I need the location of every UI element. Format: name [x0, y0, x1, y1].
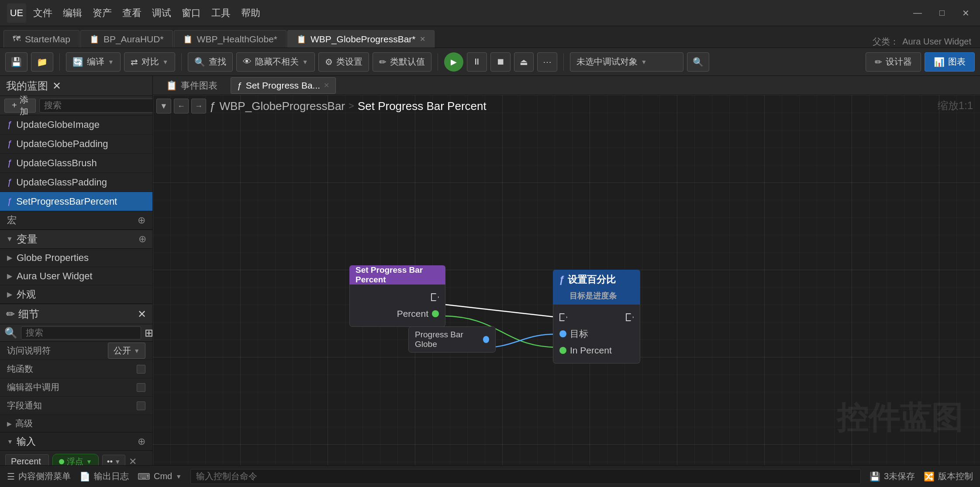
breadcrumb-forward-button[interactable]: → — [191, 99, 206, 113]
var-category-globe[interactable]: ▶ Globe Properties — [0, 249, 152, 267]
node-func-body: 目标 In Percent — [553, 305, 640, 364]
menu-edit[interactable]: 编辑 — [63, 7, 82, 20]
debug-icon-button[interactable]: 🔍 — [687, 52, 709, 72]
param-delete-button[interactable]: ✕ — [129, 456, 137, 466]
graph-canvas[interactable]: ▼ ← → ƒ WBP_GlobeProgressBar > Set Progr… — [153, 95, 980, 465]
output-log-button[interactable]: 📄 输出日志 — [79, 470, 129, 482]
tab-set-progress[interactable]: ƒ Set Progress Ba... ✕ — [231, 77, 336, 94]
menu-window[interactable]: 窗口 — [182, 7, 201, 20]
menu-help[interactable]: 帮助 — [241, 7, 260, 20]
main-toolbar: 💾 📁 🔄 编译 ▼ ⇄ 对比 ▼ 🔍 查找 👁 隐藏不相关 ▼ ⚙ 类设置 ✏… — [0, 48, 980, 76]
tab-event-graph[interactable]: 📋 事件图表 — [160, 77, 224, 94]
breadcrumb-back-button[interactable]: ← — [174, 99, 189, 113]
input-label: 输入 — [17, 435, 36, 448]
minimize-button[interactable]: — — [910, 6, 925, 20]
hide-button[interactable]: 👁 隐藏不相关 ▼ — [236, 52, 315, 72]
menu-asset[interactable]: 资产 — [93, 7, 112, 20]
func-update-globe-image[interactable]: ƒ UpdateGlobeImage — [0, 115, 152, 134]
designer-button[interactable]: ✏ 设计器 — [866, 52, 921, 72]
node-progress-bar-globe[interactable]: Progress Bar Globe — [408, 326, 496, 353]
detail-access-dropdown[interactable]: 公开 ▼ — [108, 343, 145, 359]
details-search-input[interactable] — [21, 326, 141, 340]
pin-inpercent-label: In Percent — [570, 345, 612, 356]
details-grid-icon[interactable]: ⊞ — [145, 327, 152, 339]
func-update-glass-brush[interactable]: ƒ UpdateGlassBrush — [0, 154, 152, 173]
param-type-dropdown[interactable]: 浮点 ▼ — [52, 454, 99, 466]
param-array-dropdown[interactable]: •• ▼ — [102, 455, 125, 466]
var-category-aura[interactable]: ▶ Aura User Widget — [0, 267, 152, 285]
node-set-percent[interactable]: ƒ 设置百分比 目标是进度条 目标 — [553, 270, 640, 364]
close-button[interactable]: ✕ — [959, 6, 973, 20]
tab-bp-aura[interactable]: 📋 BP_AuraHUD* — [80, 30, 173, 48]
func-set-progress-bar-percent[interactable]: ƒ SetProgressBarPercent — [0, 192, 152, 211]
tab-wbp-health-icon: 📋 — [183, 34, 193, 44]
param-name-field[interactable]: Percent — [5, 454, 49, 465]
node-event-set-progress[interactable]: Set Progress Bar Percent Percent — [349, 265, 445, 327]
tab-wbp-globe-label: WBP_GlobeProgressBar* — [311, 34, 415, 45]
save-button[interactable]: 💾 — [5, 52, 28, 72]
func-update-glass-padding[interactable]: ƒ UpdateGlassPadding — [0, 173, 152, 192]
breadcrumb-dropdown-button[interactable]: ▼ — [156, 99, 171, 113]
tab-wbp-health[interactable]: 📋 WBP_HealthGlobe* — [174, 30, 286, 48]
func-icon-2: ƒ — [7, 139, 12, 149]
var-category-appearance[interactable]: ▶ 外观 — [0, 285, 152, 304]
tab-set-progress-close[interactable]: ✕ — [324, 81, 329, 89]
detail-editor-call-checkbox[interactable] — [137, 383, 145, 392]
menu-file[interactable]: 文件 — [33, 7, 52, 20]
tab-wbp-globe-close[interactable]: ✕ — [420, 35, 425, 43]
detail-field-notify-label: 字段通知 — [7, 400, 132, 412]
diff-arrow: ▼ — [162, 58, 169, 65]
tab-wbp-globe[interactable]: 📋 WBP_GlobeProgressBar* ✕ — [287, 30, 435, 48]
stop-button[interactable]: ⏹ — [490, 52, 511, 72]
source-control-icon: 🔀 — [924, 471, 935, 482]
diff-button[interactable]: ⇄ 对比 ▼ — [124, 52, 175, 72]
source-control-button[interactable]: 🔀 版本控制 — [924, 470, 973, 482]
func-update-globe-padding[interactable]: ƒ UpdateGlobePadding — [0, 134, 152, 154]
cmd-button[interactable]: ⌨ Cmd ▼ — [138, 471, 182, 482]
input-add-button[interactable]: ⊕ — [138, 436, 145, 447]
my-blueprint-close[interactable]: ✕ — [52, 80, 61, 92]
maximize-button[interactable]: □ — [936, 6, 948, 20]
node-func-inpercent-pin: In Percent — [553, 342, 640, 359]
pause-button[interactable]: ⏸ — [467, 52, 487, 72]
breadcrumb-widget-name[interactable]: WBP_GlobeProgressBar — [219, 99, 345, 113]
tab-starter-map[interactable]: 🗺 StarterMap — [3, 30, 79, 48]
variables-title: 变量 — [17, 232, 38, 246]
class-defaults-button[interactable]: ✏ 类默认值 — [373, 52, 431, 72]
detail-field-notify-checkbox[interactable] — [137, 401, 145, 410]
output-log-icon: 📄 — [79, 471, 90, 482]
graph-label: 图表 — [948, 56, 966, 68]
graph-button[interactable]: 📊 图表 — [925, 52, 975, 72]
find-icon: 🔍 — [194, 57, 205, 67]
cmd-label: Cmd — [154, 471, 172, 481]
eject-button[interactable]: ⏏ — [514, 52, 534, 72]
breadcrumb-nav: ▼ ← → — [156, 99, 206, 113]
detail-row-editor-call: 编辑器中调用 — [0, 378, 152, 397]
browse-button[interactable]: 📁 — [31, 52, 53, 72]
detail-pure-checkbox[interactable] — [137, 365, 145, 374]
variables-add-button[interactable]: ⊕ — [138, 233, 146, 245]
unsaved-badge[interactable]: 💾 3未保存 — [870, 470, 915, 482]
output-log-label: 输出日志 — [94, 470, 129, 482]
pin-globe-dot — [483, 336, 489, 343]
menu-debug[interactable]: 调试 — [152, 7, 171, 20]
macro-add-icon[interactable]: ⊕ — [138, 215, 145, 226]
play-button[interactable]: ▶ — [444, 52, 463, 72]
cmd-input[interactable] — [190, 469, 861, 484]
detail-section-advanced[interactable]: ▶ 高级 — [0, 415, 152, 432]
menu-view[interactable]: 查看 — [122, 7, 141, 20]
editor-tab-bar: 🗺 StarterMap 📋 BP_AuraHUD* 📋 WBP_HealthG… — [0, 26, 980, 48]
more-button[interactable]: ⋯ — [537, 52, 557, 72]
var-category-appearance-label: 外观 — [17, 288, 36, 301]
tab-bp-aura-label: BP_AuraHUD* — [104, 34, 164, 45]
blueprint-search-input[interactable] — [39, 99, 153, 113]
class-settings-button[interactable]: ⚙ 类设置 — [318, 52, 369, 72]
menu-tools[interactable]: 工具 — [211, 7, 231, 20]
designer-label: 设计器 — [886, 56, 912, 68]
debug-target-dropdown[interactable]: 未选中调试对象 ▼ — [570, 52, 683, 72]
find-button[interactable]: 🔍 查找 — [188, 52, 233, 72]
details-close-icon[interactable]: ✕ — [138, 308, 146, 320]
side-panel-button[interactable]: ☰ 内容侧滑菜单 — [7, 470, 71, 482]
add-button[interactable]: + 添加 — [4, 99, 36, 113]
compile-button[interactable]: 🔄 编译 ▼ — [66, 52, 121, 72]
